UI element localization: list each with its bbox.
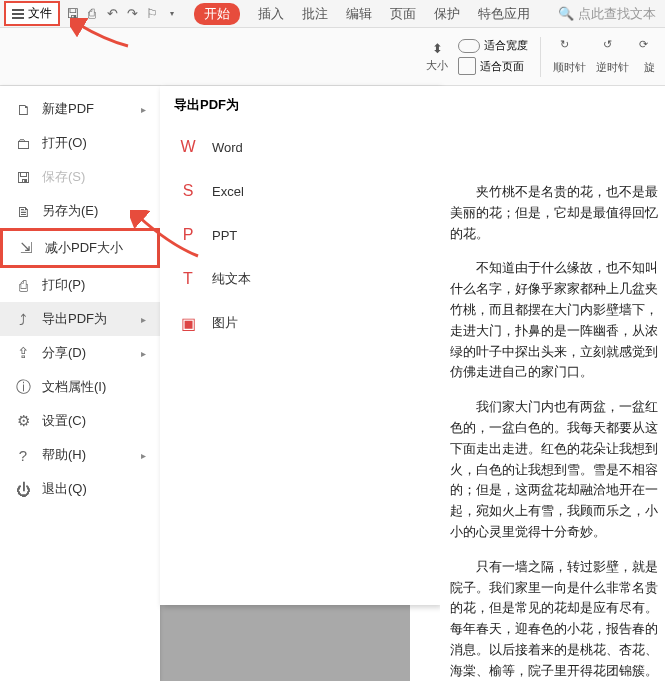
search-box[interactable]: 🔍 点此查找文本 [558, 5, 656, 23]
menu-export[interactable]: ⤴ 导出PDF为 ▸ [0, 302, 160, 336]
tab-insert[interactable]: 插入 [258, 5, 284, 23]
menu-reduce-size[interactable]: ⇲ 减小PDF大小 [0, 228, 160, 268]
save-icon-menu: 🖫 [14, 168, 32, 186]
tab-start[interactable]: 开始 [194, 3, 240, 25]
hamburger-icon [12, 9, 24, 19]
counter-icon: ↺ [603, 38, 623, 58]
txt-icon: T [178, 269, 198, 289]
submenu-word[interactable]: W Word [160, 125, 440, 169]
print-icon[interactable]: ⎙ [84, 6, 100, 22]
gear-icon: ⚙ [14, 412, 32, 430]
submenu-image[interactable]: ▣ 图片 [160, 301, 440, 345]
menu-exit[interactable]: ⏻ 退出(Q) [0, 472, 160, 506]
tab-protect[interactable]: 保护 [434, 5, 460, 23]
menu-save-as[interactable]: 🗎 另存为(E) [0, 194, 160, 228]
menu-help[interactable]: ? 帮助(H) ▸ [0, 438, 160, 472]
ribbon-fit-page[interactable]: 适合页面 [458, 57, 528, 75]
paragraph-1: 夹竹桃不是名贵的花，也不是最美丽的花；但是，它却是最值得回忆的花。 [450, 182, 665, 244]
ppt-icon: P [178, 225, 198, 245]
ribbon-rotate-group: ↻ 顺时针 ↺ 逆时针 ⟳ 旋 [553, 38, 659, 75]
reduce-icon: ⇲ [17, 239, 35, 257]
document-content: 夹竹桃不是名贵的花，也不是最美丽的花；但是，它却是最值得回忆的花。 不知道由于什… [440, 86, 665, 681]
clockwise-icon: ↻ [560, 38, 580, 58]
bookmark-icon[interactable]: ⚐ [144, 6, 160, 22]
tab-edit[interactable]: 编辑 [346, 5, 372, 23]
top-toolbar: 文件 🖫 ⎙ ↶ ↷ ⚐ ▾ 开始 插入 批注 编辑 页面 保护 特色应用 🔍 … [0, 0, 665, 28]
file-menu-button[interactable]: 文件 [4, 1, 60, 26]
chevron-right-icon: ▸ [141, 104, 146, 115]
menu-save: 🖫 保存(S) [0, 160, 160, 194]
chevron-right-icon: ▸ [141, 314, 146, 325]
submenu-ppt[interactable]: P PPT [160, 213, 440, 257]
word-icon: W [178, 137, 198, 157]
ribbon: ⬍ 大小 适合宽度 适合页面 ↻ 顺时针 ↺ 逆时针 ⟳ 旋 [0, 28, 665, 86]
fit-width-icon [458, 39, 480, 53]
menu-properties[interactable]: ⓘ 文档属性(I) [0, 370, 160, 404]
folder-icon: 🗀 [14, 134, 32, 152]
chevron-right-icon: ▸ [141, 348, 146, 359]
menu-new-pdf[interactable]: 🗋 新建PDF ▸ [0, 92, 160, 126]
file-menu: 🗋 新建PDF ▸ 🗀 打开(O) 🖫 保存(S) 🗎 另存为(E) ⇲ 减小P… [0, 86, 160, 681]
save-icon[interactable]: 🖫 [64, 6, 80, 22]
ribbon-fit-width[interactable]: 适合宽度 [458, 38, 528, 53]
save-as-icon: 🗎 [14, 202, 32, 220]
submenu-txt[interactable]: T 纯文本 [160, 257, 440, 301]
chevron-right-icon: ▸ [141, 450, 146, 461]
ribbon-size-group: ⬍ 大小 适合宽度 适合页面 [426, 38, 528, 75]
export-submenu: 导出PDF为 W Word S Excel P PPT T 纯文本 ▣ 图片 [160, 86, 440, 605]
rotate-icon: ⟳ [639, 38, 659, 58]
tab-annotate[interactable]: 批注 [302, 5, 328, 23]
new-icon: 🗋 [14, 100, 32, 118]
ribbon-size[interactable]: ⬍ 大小 [426, 41, 448, 73]
ribbon-separator [540, 37, 541, 77]
menu-share[interactable]: ⇪ 分享(D) ▸ [0, 336, 160, 370]
properties-icon: ⓘ [14, 378, 32, 396]
tab-page[interactable]: 页面 [390, 5, 416, 23]
help-icon: ? [14, 446, 32, 464]
fit-page-icon [458, 57, 476, 75]
paragraph-2: 不知道由于什么缘故，也不知叫什么名字，好像乎家家都种上几盆夹竹桃，而且都摆在大门… [450, 258, 665, 383]
menu-print[interactable]: ⎙ 打印(P) [0, 268, 160, 302]
paragraph-3: 我们家大门内也有两盆，一盆红色的，一盆白色的。我每天都要从这下面走出走进。红色的… [450, 397, 665, 543]
print-icon-menu: ⎙ [14, 276, 32, 294]
ribbon-clockwise[interactable]: ↻ 顺时针 [553, 38, 586, 75]
tab-bar: 开始 插入 批注 编辑 页面 保护 特色应用 🔍 点此查找文本 [184, 3, 656, 25]
export-icon: ⤴ [14, 310, 32, 328]
excel-icon: S [178, 181, 198, 201]
tab-special[interactable]: 特色应用 [478, 5, 530, 23]
ribbon-counter[interactable]: ↺ 逆时针 [596, 38, 629, 75]
main-area: 🗋 新建PDF ▸ 🗀 打开(O) 🖫 保存(S) 🗎 另存为(E) ⇲ 减小P… [0, 86, 665, 681]
ribbon-rotate[interactable]: ⟳ 旋 [639, 38, 659, 75]
image-icon: ▣ [178, 313, 198, 333]
dropdown-icon[interactable]: ▾ [164, 6, 180, 22]
share-icon: ⇪ [14, 344, 32, 362]
paragraph-4: 只有一墙之隔，转过影壁，就是院子。我们家里一向是什么非常名贵的花，但是常见的花却… [450, 557, 665, 681]
exit-icon: ⏻ [14, 480, 32, 498]
search-icon: 🔍 [558, 6, 574, 21]
file-label: 文件 [28, 5, 52, 22]
search-placeholder: 点此查找文本 [578, 5, 656, 23]
undo-icon[interactable]: ↶ [104, 6, 120, 22]
submenu-header: 导出PDF为 [160, 86, 440, 125]
menu-settings[interactable]: ⚙ 设置(C) [0, 404, 160, 438]
submenu-excel[interactable]: S Excel [160, 169, 440, 213]
menu-open[interactable]: 🗀 打开(O) [0, 126, 160, 160]
redo-icon[interactable]: ↷ [124, 6, 140, 22]
